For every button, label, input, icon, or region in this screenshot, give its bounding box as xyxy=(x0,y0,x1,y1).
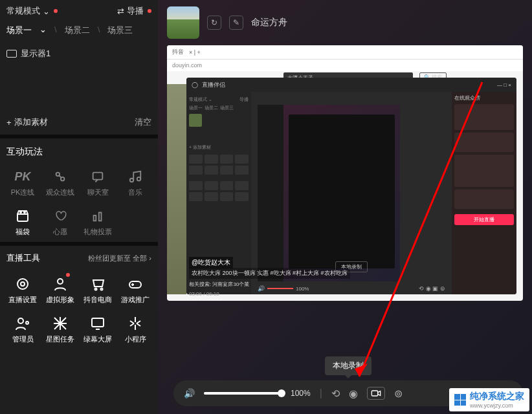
refresh-icon[interactable]: ⟲ xyxy=(331,387,340,400)
svg-rect-14 xyxy=(129,281,141,288)
separator: \ xyxy=(54,25,57,36)
app-icon xyxy=(127,315,144,332)
refresh-button[interactable]: ↻ xyxy=(207,16,221,30)
section-title-tools: 直播工具 xyxy=(6,252,40,264)
gift-vote-button[interactable]: 礼物投票 xyxy=(79,202,116,242)
game-promo-button[interactable]: 游戏推广 xyxy=(116,270,154,310)
cart-icon xyxy=(89,276,106,292)
svg-point-6 xyxy=(24,212,25,213)
svg-point-12 xyxy=(95,289,97,290)
video-bg xyxy=(167,84,186,294)
svg-point-10 xyxy=(21,282,25,286)
svg-point-9 xyxy=(17,279,28,289)
svg-point-13 xyxy=(101,289,103,290)
browser-url: douyin.com xyxy=(167,60,523,71)
star-icon xyxy=(52,315,69,332)
empty-slot xyxy=(116,202,154,242)
label: 心愿 xyxy=(53,227,67,237)
caption: @吃货赵大木 xyxy=(189,257,233,268)
gear-icon xyxy=(14,276,31,292)
svg-rect-7 xyxy=(94,215,96,221)
plus-icon: + xyxy=(6,118,12,127)
record-tooltip: 本地录制 xyxy=(325,356,371,375)
edit-icon: ✎ xyxy=(233,18,239,27)
svg-rect-17 xyxy=(92,318,104,327)
swap-icon: ⇄ xyxy=(117,6,124,16)
link-icon xyxy=(52,168,69,185)
scene-tab-3[interactable]: 场景三 xyxy=(107,25,133,36)
monitor-icon xyxy=(6,50,17,58)
guide-button[interactable]: ⇄ 导播 xyxy=(117,5,151,17)
preview-area[interactable]: 抖音× | + douyin.com 大漠小王子 🔍 搜索 ◯直播伴侣— □ ×… xyxy=(167,45,523,301)
pk-link-button[interactable]: PKPK连线 xyxy=(4,163,41,202)
svg-rect-18 xyxy=(371,391,377,396)
miniapp-button[interactable]: 小程序 xyxy=(116,310,154,349)
label: 福袋 xyxy=(16,227,30,237)
guide-label: 导播 xyxy=(127,5,144,17)
label: 星图任务 xyxy=(46,334,74,344)
admin-button[interactable]: 管理员 xyxy=(4,310,41,349)
separator: \ xyxy=(98,25,100,36)
label: 直播设置 xyxy=(8,295,37,305)
label: 音乐 xyxy=(128,188,142,197)
monitor-source[interactable]: 显示器1 xyxy=(0,43,158,65)
svg-rect-2 xyxy=(93,173,103,180)
screen-icon xyxy=(89,315,106,332)
gamepad-icon xyxy=(127,276,144,292)
app-logo-icon: ◯ xyxy=(192,82,198,88)
admin-icon xyxy=(14,315,31,332)
watermark-title: 纯净系统之家 xyxy=(470,391,524,402)
record-button[interactable] xyxy=(367,387,385,400)
chat-icon xyxy=(89,168,106,185)
settings-icon[interactable]: ⊚ xyxy=(394,387,403,400)
fans-link[interactable]: 粉丝团更新至 全部 › xyxy=(88,254,151,263)
svg-point-11 xyxy=(58,279,63,284)
live-settings-button[interactable]: 直播设置 xyxy=(4,270,41,310)
avatar-button[interactable]: 虚拟形象 xyxy=(41,270,79,310)
mode-label: 常规模式 xyxy=(6,5,40,17)
add-material-button[interactable]: + 添加素材 xyxy=(6,116,48,128)
logo-icon xyxy=(454,394,466,406)
star-task-button[interactable]: 星图任务 xyxy=(41,310,79,349)
watermark-url: www.ycwjzy.com xyxy=(470,402,524,409)
clear-button[interactable]: 清空 xyxy=(135,116,151,128)
lucky-bag-button[interactable]: 福袋 xyxy=(4,202,41,242)
greenscreen-button[interactable]: 绿幕大屏 xyxy=(79,310,116,349)
label: 绿幕大屏 xyxy=(83,334,112,344)
notification-dot xyxy=(148,9,151,13)
scene-tab-2[interactable]: 场景二 xyxy=(65,25,90,36)
label: 观众连线 xyxy=(46,188,74,197)
screenshot-icon[interactable]: ◉ xyxy=(349,387,358,400)
avatar-icon xyxy=(52,276,69,292)
volume-slider[interactable] xyxy=(204,392,282,395)
label: 聊天室 xyxy=(87,188,109,197)
volume-icon[interactable]: 🔊 xyxy=(184,388,195,398)
chevron-down-icon: ⌄ xyxy=(43,6,50,16)
chevron-down-icon: ⌄ xyxy=(39,25,47,36)
browser-tab: 抖音× | + xyxy=(167,45,523,60)
section-title-play: 互动玩法 xyxy=(0,138,158,163)
wish-button[interactable]: 心愿 xyxy=(41,202,79,242)
label: 虚拟形象 xyxy=(46,295,74,305)
label: PK连线 xyxy=(11,188,35,197)
edit-button[interactable]: ✎ xyxy=(229,16,243,30)
mode-dropdown[interactable]: 常规模式 ⌄ xyxy=(6,5,58,17)
notification-dot xyxy=(66,273,70,277)
monitor-label: 显示器1 xyxy=(21,48,50,60)
nested-app: ◯直播伴侣— □ × 常规模式 ⌄导播 场景一场景二场景三 + 添加素材 xyxy=(186,78,516,294)
volume-value: 100% xyxy=(291,389,311,398)
label: 管理员 xyxy=(12,334,34,344)
heart-icon xyxy=(52,208,69,224)
audience-link-button[interactable]: 观众连线 xyxy=(41,163,79,202)
watermark: 纯净系统之家 www.ycwjzy.com xyxy=(449,388,529,411)
scene-tab-1[interactable]: 场景一 xyxy=(6,25,32,36)
game-thumbnail[interactable] xyxy=(167,6,199,39)
refresh-icon: ↻ xyxy=(211,18,217,27)
music-button[interactable]: 音乐 xyxy=(116,163,154,202)
start-live-button: 开始直播 xyxy=(454,214,514,225)
bag-icon xyxy=(14,208,31,224)
ecommerce-button[interactable]: 抖音电商 xyxy=(79,270,116,310)
svg-point-5 xyxy=(20,212,21,213)
chatroom-button[interactable]: 聊天室 xyxy=(79,163,116,202)
svg-point-16 xyxy=(26,321,28,324)
